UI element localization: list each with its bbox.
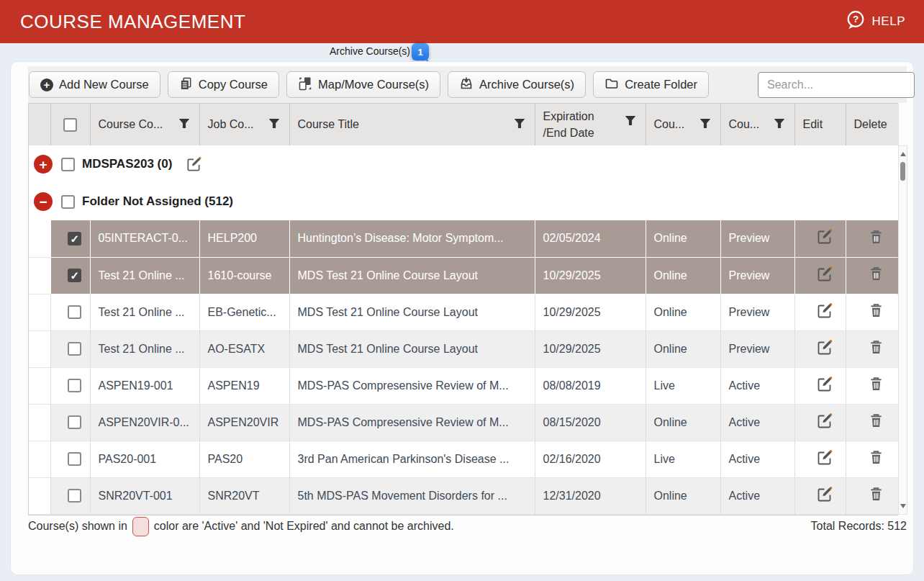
copy-course-button[interactable]: Copy Course <box>168 71 279 98</box>
map-move-icon <box>298 76 312 94</box>
map-move-course-button[interactable]: Map/Move Course(s) <box>286 71 440 98</box>
row-course-title: MDS Test 21 Online Course Layout <box>289 294 535 330</box>
row-course-code: ASPEN19-001 <box>90 367 199 404</box>
row-course-status: Preview <box>720 257 794 294</box>
search-input[interactable] <box>758 72 915 98</box>
panel-footer: Course(s) shown in color are 'Active' an… <box>28 510 907 542</box>
folder-icon <box>604 76 619 94</box>
row-job-code: ASPEN19 <box>199 367 289 404</box>
filter-icon[interactable] <box>515 118 525 131</box>
table-row[interactable]: SNR20VT-001 SNR20VT 5th MDS-PAS Movement… <box>29 477 899 514</box>
row-course-code: PAS20-001 <box>90 441 199 477</box>
add-new-course-button[interactable]: + Add New Course <box>29 71 160 98</box>
header-course-code: Course Co... <box>90 104 199 145</box>
table-row[interactable]: PAS20-001 PAS20 3rd Pan American Parkins… <box>29 441 899 477</box>
folder-checkbox[interactable] <box>61 158 75 171</box>
header-course-status: Cou... <box>720 104 794 145</box>
row-checkbox[interactable] <box>68 232 81 246</box>
table-row[interactable]: Test 21 Online ... 1610-course MDS Test … <box>29 257 899 294</box>
row-course-status: Preview <box>720 294 794 330</box>
row-course-title: 5th MDS-PAS Movement Disorders for ... <box>289 477 535 514</box>
filter-icon[interactable] <box>774 118 784 131</box>
edit-row-button[interactable] <box>815 228 833 246</box>
row-course-title: MDS-PAS Compresensive Review of M... <box>289 404 535 441</box>
delete-row-button[interactable] <box>869 266 883 282</box>
filter-icon[interactable] <box>179 118 189 131</box>
table-header-row: Course Co... Job Co... Course Title Expi… <box>29 104 899 145</box>
row-checkbox[interactable] <box>68 379 81 392</box>
edit-row-button[interactable] <box>815 339 833 356</box>
delete-row-button[interactable] <box>869 340 883 355</box>
row-course-status: Active <box>720 367 794 404</box>
row-course-title: MDS-PAS Compresensive Review of M... <box>289 367 535 404</box>
delete-row-button[interactable] <box>869 303 883 318</box>
row-expand-spacer <box>29 477 50 514</box>
row-expand-spacer <box>29 294 50 330</box>
edit-folder-button[interactable] <box>185 156 202 173</box>
folder-toggle-icon[interactable]: − <box>34 192 53 211</box>
delete-row-button[interactable] <box>869 450 883 465</box>
create-folder-button[interactable]: Create Folder <box>593 71 709 98</box>
row-expand-spacer <box>29 367 50 404</box>
scroll-up-arrow-icon[interactable] <box>900 152 906 156</box>
annotation-label: Archive Course(s) <box>330 45 410 57</box>
row-checkbox[interactable] <box>68 342 81 356</box>
row-job-code: HELP200 <box>199 220 289 257</box>
edit-row-button[interactable] <box>815 413 833 430</box>
svg-text:?: ? <box>852 14 858 24</box>
edit-row-button[interactable] <box>815 302 833 320</box>
folder-row: − Folder Not Assigned (512) <box>29 183 899 220</box>
row-course-type: Online <box>646 220 720 257</box>
filter-icon[interactable] <box>700 118 710 131</box>
select-all-checkbox[interactable] <box>63 118 77 132</box>
row-expiration-date: 08/08/2019 <box>535 367 646 404</box>
edit-row-button[interactable] <box>815 376 833 393</box>
filter-icon[interactable] <box>269 118 279 131</box>
header-course-type: Cou... <box>646 104 720 145</box>
delete-row-button[interactable] <box>869 487 883 502</box>
table-row[interactable]: ASPEN20VIR-0... ASPEN20VIR MDS-PAS Compr… <box>29 404 899 441</box>
folder-checkbox[interactable] <box>61 195 75 209</box>
row-checkbox[interactable] <box>68 305 81 319</box>
help-button[interactable]: ? HELP <box>845 9 924 34</box>
row-job-code: SNR20VT <box>199 477 289 514</box>
row-course-title: MDS Test 21 Online Course Layout <box>289 257 535 294</box>
table-row[interactable]: 05INTERACT-0... HELP200 Huntington’s Dis… <box>29 220 899 257</box>
delete-row-button[interactable] <box>869 377 883 392</box>
edit-row-button[interactable] <box>815 449 833 467</box>
footer-note-after: color are 'Active' and 'Not Expired' and… <box>154 520 454 533</box>
scrollbar-thumb[interactable] <box>900 162 905 181</box>
copy-icon <box>179 76 193 94</box>
table-row[interactable]: Test 21 Online ... AO-ESATX MDS Test 21 … <box>29 330 899 367</box>
row-checkbox[interactable] <box>68 452 81 466</box>
folder-label: MDSPAS203 (0) <box>82 157 172 171</box>
row-expand-spacer <box>29 330 50 367</box>
row-checkbox[interactable] <box>68 269 81 282</box>
row-expiration-date: 10/29/2025 <box>535 294 646 330</box>
help-icon: ? <box>845 9 866 34</box>
help-label: HELP <box>872 14 905 29</box>
row-checkbox[interactable] <box>68 415 81 429</box>
header-job-code: Job Co... <box>199 104 289 145</box>
archive-course-button[interactable]: Archive Course(s) <box>448 71 586 98</box>
row-course-type: Online <box>646 257 720 294</box>
row-job-code: AO-ESATX <box>199 330 289 367</box>
folder-toggle-icon[interactable]: + <box>34 155 53 174</box>
delete-row-button[interactable] <box>869 230 883 245</box>
row-expiration-date: 10/29/2025 <box>535 257 646 294</box>
row-course-type: Live <box>646 441 720 477</box>
header-expiration-date: Expiration /End Date <box>535 104 646 145</box>
row-course-code: 05INTERACT-0... <box>90 220 199 257</box>
filter-icon[interactable] <box>625 113 635 130</box>
header-edit: Edit <box>794 104 846 145</box>
folder-label: Folder Not Assigned (512) <box>82 194 233 209</box>
table-row[interactable]: Test 21 Online ... EB-Genetic... MDS Tes… <box>29 294 899 330</box>
table-scrollbar[interactable] <box>898 145 907 515</box>
edit-row-button[interactable] <box>815 486 833 503</box>
scroll-down-arrow-icon[interactable] <box>900 504 906 508</box>
table-row[interactable]: ASPEN19-001 ASPEN19 MDS-PAS Compresensiv… <box>29 367 899 404</box>
row-expand-spacer <box>29 441 50 477</box>
delete-row-button[interactable] <box>869 413 883 428</box>
edit-row-button[interactable] <box>815 266 833 283</box>
row-checkbox[interactable] <box>68 489 81 503</box>
